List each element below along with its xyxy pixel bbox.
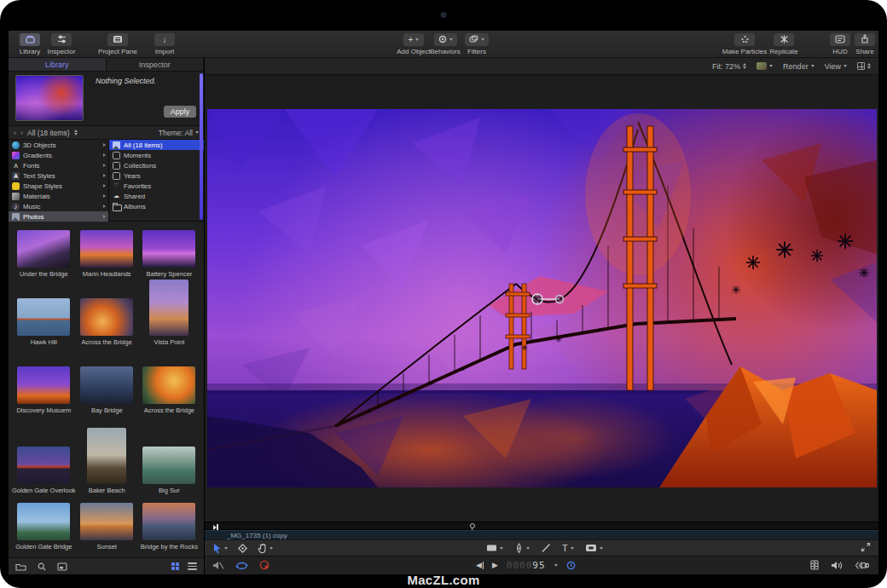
photo-item[interactable]: Golden Gate Overlook xyxy=(12,416,76,496)
share-icon xyxy=(861,34,869,45)
import-button[interactable]: ↓ Import xyxy=(148,33,182,55)
show-timeline-icon[interactable] xyxy=(810,558,819,574)
transform-tool[interactable] xyxy=(237,543,248,554)
loop-icon[interactable] xyxy=(235,558,248,574)
photo-item[interactable]: Under the Bridge xyxy=(12,225,76,280)
new-window-icon[interactable] xyxy=(57,559,67,574)
photo-item[interactable]: Marin Headlands xyxy=(76,225,138,280)
timecode-display[interactable]: 000095 xyxy=(507,560,546,571)
filters-icon xyxy=(469,35,478,45)
source-years[interactable]: Years xyxy=(109,170,204,181)
record-icon[interactable] xyxy=(259,558,270,574)
hud-icon xyxy=(835,35,845,45)
photo-thumbnail xyxy=(142,230,195,268)
zoom-fit-control[interactable]: Fit: 72% xyxy=(712,62,746,71)
material-icon xyxy=(12,193,20,200)
hud-button[interactable]: HUD xyxy=(828,33,852,55)
category-3d-objects[interactable]: 3D Objects xyxy=(9,140,108,150)
apply-button[interactable]: Apply xyxy=(164,106,196,118)
photo-item[interactable]: Hawk Hill xyxy=(12,280,76,348)
source-all-items[interactable]: All (18 items) xyxy=(109,140,204,150)
keyframe-editor-icon[interactable] xyxy=(855,558,869,574)
source-shared[interactable]: ☁Shared xyxy=(109,191,204,201)
path-stepper-icon[interactable] xyxy=(74,130,78,135)
photo-item[interactable]: Big Sur xyxy=(138,416,200,496)
source-moments[interactable]: Moments xyxy=(109,150,204,160)
timeline-layer-bar[interactable]: _MG_1735 (1) copy xyxy=(205,530,878,539)
photo-item[interactable]: Discovery Musuem xyxy=(12,348,76,416)
replicate-button[interactable]: Replicate xyxy=(764,33,803,55)
cloud-icon: ☁ xyxy=(113,193,120,200)
share-button[interactable]: Share xyxy=(854,33,876,55)
photo-thumbnail xyxy=(87,428,126,484)
media-folder-icon[interactable] xyxy=(15,559,26,574)
canvas-viewport[interactable] xyxy=(205,75,878,522)
library-button[interactable]: Library xyxy=(15,33,44,55)
bezier-tool[interactable] xyxy=(514,543,530,554)
theme-dropdown[interactable]: Theme: All xyxy=(159,129,199,137)
hand-tool[interactable] xyxy=(258,543,273,554)
photo-thumbnail xyxy=(17,230,70,268)
photo-thumbnail xyxy=(80,503,133,540)
nav-forward-icon[interactable]: › xyxy=(20,129,23,137)
category-fonts[interactable]: AFonts xyxy=(9,160,108,170)
category-photos[interactable]: Photos xyxy=(9,211,108,222)
search-icon[interactable] xyxy=(38,559,46,574)
text-tool[interactable]: T xyxy=(562,544,574,553)
audio-icon[interactable] xyxy=(831,558,843,574)
photo-item[interactable]: Bay Bridge xyxy=(76,348,138,416)
layout-control[interactable] xyxy=(857,62,871,70)
source-albums[interactable]: Albums xyxy=(109,201,204,211)
previous-frame-icon[interactable]: ◀ xyxy=(476,562,484,569)
category-materials[interactable]: Materials xyxy=(9,191,108,201)
photo-item[interactable]: Battery Spencer xyxy=(138,225,200,280)
photos-icon xyxy=(12,213,20,221)
category-column: 3D Objects Gradients AFonts AText Styles… xyxy=(9,140,109,221)
play-icon[interactable]: ▶ xyxy=(492,562,498,569)
inspector-icon xyxy=(57,35,67,45)
photo-item[interactable]: Vista Point xyxy=(138,280,200,348)
in-point-marker[interactable] xyxy=(213,524,218,530)
rectangle-tool[interactable] xyxy=(486,544,503,552)
source-favorites[interactable]: ♡Favorites xyxy=(109,181,204,191)
source-column: All (18 items) Moments Collections Years… xyxy=(109,140,204,221)
replicate-icon xyxy=(780,35,789,45)
nav-back-icon[interactable]: ‹ xyxy=(14,129,16,137)
collections-icon xyxy=(113,162,120,170)
category-shape-styles[interactable]: Shape Styles xyxy=(9,181,108,191)
panel-scrollbar[interactable] xyxy=(200,73,203,220)
tab-inspector[interactable]: Inspector xyxy=(107,58,205,71)
photo-item[interactable]: Across the Bridge xyxy=(138,348,200,416)
category-text-styles[interactable]: AText Styles xyxy=(9,170,108,181)
list-view-icon[interactable] xyxy=(188,562,197,570)
browse-path[interactable]: All (18 items) xyxy=(27,129,70,137)
chevron-down-icon xyxy=(811,65,815,67)
select-tool[interactable] xyxy=(212,543,228,554)
mute-icon[interactable] xyxy=(212,558,224,574)
photo-item[interactable]: Sunset xyxy=(76,496,138,552)
source-collections[interactable]: Collections xyxy=(109,160,204,170)
mini-timeline[interactable] xyxy=(205,522,878,530)
grid-view-icon[interactable] xyxy=(171,562,180,571)
timing-icon[interactable] xyxy=(566,558,576,574)
chevron-down-icon[interactable] xyxy=(554,564,558,567)
photo-item[interactable]: Across the Bridge xyxy=(76,280,138,348)
tab-library[interactable]: Library xyxy=(9,58,107,71)
expand-timeline-icon[interactable] xyxy=(861,540,871,555)
chevron-down-icon xyxy=(449,38,453,41)
render-dropdown[interactable]: Render xyxy=(783,62,815,71)
category-gradients[interactable]: Gradients xyxy=(9,150,108,160)
project-pane-button[interactable]: Project Pane xyxy=(93,33,142,55)
inspector-button[interactable]: Inspector xyxy=(44,33,78,55)
filters-button[interactable]: Filters xyxy=(460,33,494,55)
mask-tool[interactable] xyxy=(585,544,603,552)
line-tool[interactable] xyxy=(541,543,551,553)
view-dropdown[interactable]: View xyxy=(825,62,847,71)
chevron-down-icon xyxy=(600,547,603,550)
photo-item[interactable]: Bridge by the Rocks xyxy=(138,496,200,552)
selection-status: Nothing Selected. xyxy=(96,77,156,85)
photo-item[interactable]: Baker Beach xyxy=(76,416,138,496)
category-music[interactable]: ♪Music xyxy=(9,201,108,211)
channels-dropdown[interactable] xyxy=(757,62,773,70)
photo-item[interactable]: Golden Gate Bridge xyxy=(12,496,76,552)
